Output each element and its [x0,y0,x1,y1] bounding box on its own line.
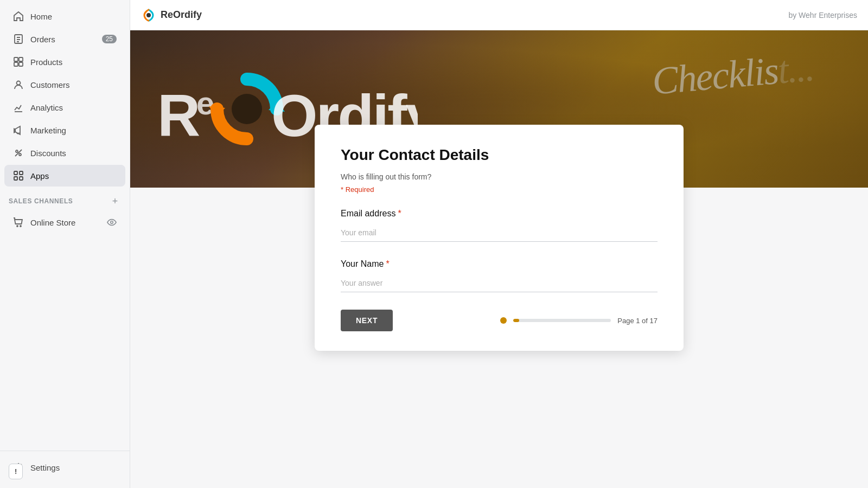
sidebar-item-discounts[interactable]: Discounts [4,142,125,164]
form-required-note: * Required [341,185,658,194]
form-subtitle: Who is filling out this form? [341,172,658,181]
discounts-icon [13,147,24,158]
home-icon [13,11,24,22]
svg-point-5 [17,81,21,85]
progress-fill [513,319,519,322]
online-store-visibility-button[interactable] [107,217,117,227]
orders-icon [13,34,24,44]
feedback-icon: ! [15,467,17,476]
sidebar-item-orders-label: Orders [30,35,55,44]
apps-icon [13,170,24,181]
orders-badge: 25 [102,35,117,43]
sidebar-item-products[interactable]: Products [4,51,125,73]
sidebar-item-analytics-label: Analytics [30,103,63,112]
name-input[interactable] [341,274,658,292]
marketing-icon [13,125,24,136]
svg-text:R: R [157,82,200,149]
svg-point-7 [19,153,21,156]
svg-point-14 [111,221,113,224]
sidebar-item-apps-label: Apps [30,171,49,181]
svg-point-12 [17,226,18,227]
email-required-star: * [398,209,401,219]
sales-channels-section: SALES CHANNELS + [0,188,130,210]
svg-point-22 [232,94,262,124]
sidebar-item-home[interactable]: Home [4,5,125,27]
form-title: Your Contact Details [341,146,658,164]
name-required-star: * [386,259,389,269]
sidebar-item-home-label: Home [30,12,52,21]
page-indicator: Page 1 of 17 [617,317,658,325]
svg-rect-11 [20,177,23,180]
svg-point-13 [20,226,21,227]
svg-rect-3 [14,62,18,66]
progress-dot [500,317,507,324]
svg-point-6 [16,150,18,152]
progress-bar [513,319,611,322]
analytics-icon [13,102,24,113]
svg-rect-1 [14,57,18,61]
sidebar-item-online-store[interactable]: Online Store [4,211,125,233]
sidebar-item-settings-label: Settings [30,463,60,472]
form-footer: NEXT Page 1 of 17 [341,310,658,331]
customers-icon [13,79,24,90]
svg-rect-4 [19,62,23,66]
sidebar: Home Orders 25 Produ [0,0,130,488]
main-content: ReOrdify by Wehr Enterprises Checklist..… [130,0,868,488]
svg-rect-9 [20,171,23,175]
progress-area: Page 1 of 17 [500,317,658,325]
feedback-button[interactable]: ! [9,464,23,479]
sidebar-item-orders[interactable]: Orders 25 [4,28,125,50]
svg-rect-10 [14,177,17,180]
sidebar-navigation: Home Orders 25 Produ [0,0,130,451]
sidebar-item-apps[interactable]: Apps [4,165,125,187]
reordify-logo-icon [141,8,156,23]
svg-rect-8 [14,171,17,175]
sidebar-item-customers-label: Customers [30,80,70,89]
products-icon [13,56,24,67]
next-button[interactable]: NEXT [341,310,393,331]
sidebar-item-customers[interactable]: Customers [4,74,125,95]
contact-form: Your Contact Details Who is filling out … [315,125,684,351]
online-store-icon [13,217,24,228]
topbar: ReOrdify by Wehr Enterprises [130,0,868,30]
sidebar-item-products-label: Products [30,57,62,67]
topbar-logo: ReOrdify [141,8,202,23]
name-label: Your Name * [341,259,658,269]
email-input[interactable] [341,224,658,242]
name-field-group: Your Name * [341,259,658,292]
sidebar-item-online-store-label: Online Store [30,218,75,227]
email-label: Email address * [341,209,658,219]
sidebar-item-marketing[interactable]: Marketing [4,119,125,141]
add-sales-channel-button[interactable]: + [109,195,121,207]
sidebar-item-marketing-label: Marketing [30,126,66,135]
svg-point-17 [146,13,151,17]
topbar-logo-text: ReOrdify [161,9,202,21]
sidebar-item-analytics[interactable]: Analytics [4,97,125,118]
svg-rect-2 [19,57,23,61]
sidebar-item-discounts-label: Discounts [30,149,66,158]
topbar-brand: by Wehr Enterprises [788,11,857,20]
sales-channels-label: SALES CHANNELS [9,197,73,205]
email-field-group: Email address * [341,209,658,242]
